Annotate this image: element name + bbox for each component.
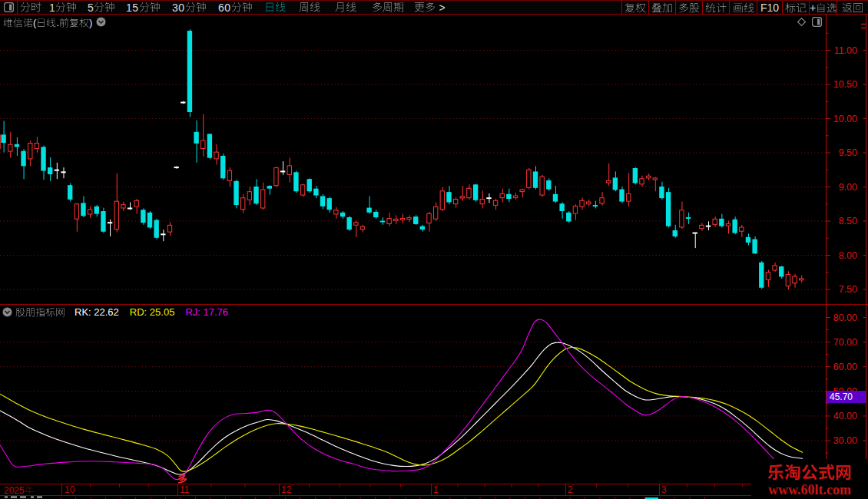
indicator-rj-value: RJ: 17.76 bbox=[185, 306, 228, 318]
bottom-strip bbox=[5, 497, 705, 499]
x-label: 2025 bbox=[4, 485, 34, 496]
y1-label: 10.50 bbox=[833, 79, 857, 90]
menu-item-1[interactable] bbox=[20, 1, 41, 15]
indicator-collapse-button[interactable] bbox=[2, 307, 12, 317]
app-window: 11.0010.5010.009.509.008.508.007.5080.00… bbox=[0, 0, 868, 499]
action-menu: F10+ bbox=[621, 1, 868, 15]
kdj-line-RK bbox=[0, 342, 803, 474]
candlestick-series bbox=[0, 29, 803, 289]
menu-item-4[interactable]: 15 bbox=[126, 1, 161, 15]
chart-canvas[interactable]: 11.0010.5010.009.509.008.508.007.5080.00… bbox=[0, 0, 868, 499]
action-7[interactable] bbox=[782, 1, 809, 15]
action-9[interactable] bbox=[837, 1, 868, 15]
menu-item-10[interactable] bbox=[372, 1, 404, 15]
chart-title: (.) bbox=[3, 17, 92, 28]
menu-item-9[interactable] bbox=[335, 1, 356, 15]
x-label: 2 bbox=[568, 485, 573, 495]
y1-label: 8.00 bbox=[839, 250, 857, 261]
gridlines bbox=[0, 51, 826, 441]
menu-bar: 15153060 > F10+ bbox=[0, 0, 868, 15]
y2-label: 70.00 bbox=[833, 337, 857, 348]
y2-label: 40.00 bbox=[833, 411, 857, 421]
sidebar-panel-icon bbox=[4, 2, 14, 12]
title-bar: (.) bbox=[0, 15, 868, 31]
kdj-lines bbox=[0, 319, 803, 480]
action-8[interactable]: + bbox=[809, 1, 837, 15]
y1-label: 9.50 bbox=[839, 147, 857, 158]
kdj-line-RJ bbox=[0, 319, 803, 480]
y2-label: 60.00 bbox=[833, 362, 857, 372]
y1-label: 11.00 bbox=[834, 45, 857, 56]
menu-item-3[interactable]: 5 bbox=[88, 1, 115, 15]
x-label: 3 bbox=[661, 485, 667, 495]
menu-item-11[interactable]: > bbox=[414, 1, 446, 15]
kdj-line-RD bbox=[0, 347, 803, 471]
diamond-icon[interactable] bbox=[797, 17, 807, 27]
y1-label: 8.50 bbox=[839, 216, 857, 226]
y1-label: 10.00 bbox=[833, 114, 857, 124]
sidebar-toggle-button[interactable] bbox=[0, 1, 18, 15]
x-label: 12 bbox=[281, 485, 291, 495]
menu-item-7[interactable] bbox=[264, 1, 286, 15]
indicator-rk-value: RK: 22.62 bbox=[75, 306, 119, 318]
action-2[interactable] bbox=[648, 1, 675, 15]
layout-panel-icon[interactable] bbox=[812, 17, 822, 27]
frame bbox=[0, 15, 868, 499]
axis-value-badge: 45.70 bbox=[827, 391, 866, 403]
menu-item-6[interactable]: 60 bbox=[218, 1, 253, 15]
x-axis-labels: 2025101112123 bbox=[0, 485, 868, 495]
x-label: 11 bbox=[180, 485, 189, 495]
chevron-down-circle-icon bbox=[96, 17, 106, 27]
action-1[interactable] bbox=[621, 1, 648, 15]
indicator-rd-value: RD: 25.05 bbox=[130, 306, 175, 318]
y2-label: 80.00 bbox=[833, 312, 857, 323]
action-5[interactable] bbox=[729, 1, 757, 15]
menu-item-2[interactable]: 1 bbox=[49, 1, 77, 15]
title-dropdown-button[interactable] bbox=[96, 16, 106, 30]
menu-item-5[interactable]: 30 bbox=[172, 1, 207, 15]
y2-label: 30.00 bbox=[833, 435, 857, 446]
action-4[interactable] bbox=[702, 1, 729, 15]
menu-item-8[interactable] bbox=[299, 1, 320, 15]
y-axis: 11.0010.5010.009.509.008.508.007.5080.00… bbox=[827, 33, 866, 478]
action-6[interactable]: F10 bbox=[757, 1, 782, 15]
action-3[interactable] bbox=[675, 1, 702, 15]
watermark-site-name bbox=[751, 464, 868, 482]
period-menu: 15153060 > bbox=[18, 1, 621, 15]
indicator-name[interactable] bbox=[15, 306, 65, 318]
x-label: 1 bbox=[433, 485, 439, 495]
indicator-header: RK: 22.62 RD: 25.05 RJ: 17.76 bbox=[0, 306, 228, 318]
long-signal-label bbox=[177, 473, 187, 484]
y1-label: 7.50 bbox=[839, 284, 857, 295]
x-label: 10 bbox=[65, 485, 75, 495]
y1-label: 9.00 bbox=[839, 182, 857, 193]
